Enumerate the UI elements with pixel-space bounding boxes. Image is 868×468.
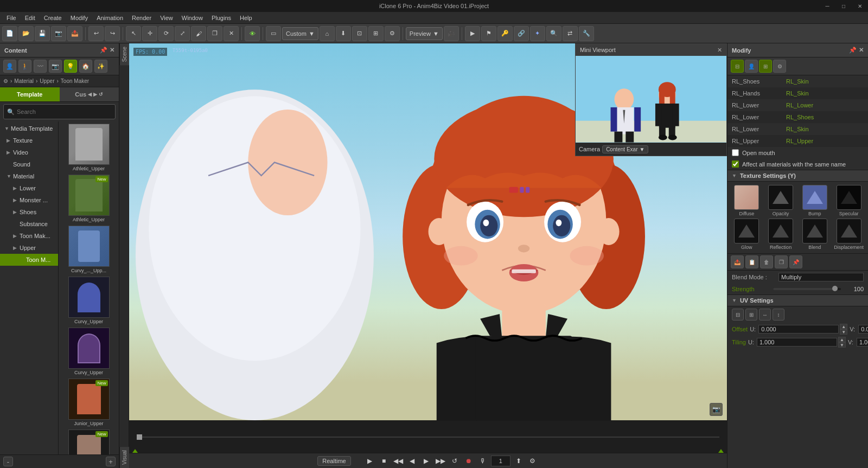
record-button[interactable]: ⏺ bbox=[463, 455, 475, 467]
fast-forward-button[interactable]: ▶▶ bbox=[435, 455, 446, 467]
mini-camera-label[interactable]: Camera bbox=[579, 146, 600, 152]
prop-val-2[interactable]: RL_Skin bbox=[782, 87, 868, 99]
prop-val-4[interactable]: RL_Shoes bbox=[782, 111, 868, 123]
open-mouth-checkbox[interactable] bbox=[732, 149, 739, 156]
item-thumb-7[interactable]: New bbox=[68, 429, 110, 454]
home-btn[interactable]: ⌂ bbox=[320, 26, 335, 41]
redo-btn[interactable]: ↪ bbox=[105, 26, 120, 41]
actor-icon[interactable]: 👤 bbox=[3, 60, 16, 73]
item-thumb-1[interactable] bbox=[68, 124, 110, 165]
minimize-btn[interactable]: ─ bbox=[819, 0, 835, 12]
realtime-btn[interactable]: Realtime bbox=[317, 456, 350, 466]
rotate-btn[interactable]: ⟳ bbox=[158, 26, 174, 41]
mini-viewport-content[interactable] bbox=[576, 56, 726, 143]
move-btn[interactable]: ✛ bbox=[142, 26, 157, 41]
camera-btn[interactable]: 🎥 bbox=[444, 26, 459, 41]
open-btn[interactable]: 📂 bbox=[18, 26, 34, 41]
visual-tab[interactable]: Visual bbox=[119, 447, 129, 468]
preview-dropdown[interactable]: Preview ▼ bbox=[406, 27, 443, 40]
swap-btn[interactable]: ⇄ bbox=[563, 26, 578, 41]
rewind-button[interactable]: ◀◀ bbox=[392, 455, 404, 467]
settings-btn2[interactable]: ⚙ bbox=[385, 26, 400, 41]
camera-panel-icon[interactable]: 📷 bbox=[49, 60, 62, 73]
tree-texture[interactable]: ▶ Texture bbox=[0, 134, 58, 146]
uv-btn-2[interactable]: ⊞ bbox=[745, 309, 757, 320]
tex-thumb-blend[interactable] bbox=[802, 219, 827, 243]
scale-btn[interactable]: ⤢ bbox=[175, 26, 190, 41]
tex-thumb-glow[interactable] bbox=[734, 219, 759, 243]
menu-edit[interactable]: Edit bbox=[21, 12, 40, 24]
tree-material[interactable]: ▼ Material bbox=[0, 170, 58, 182]
v-offset-input[interactable] bbox=[858, 325, 868, 334]
tree-upper[interactable]: ▶ Upper bbox=[0, 242, 58, 254]
vfx-icon[interactable]: ✨ bbox=[94, 60, 107, 73]
breadcrumb-upper[interactable]: Upper bbox=[40, 78, 54, 84]
motion-icon[interactable]: 〰 bbox=[34, 60, 47, 73]
modify-pin-icon[interactable]: 📌 bbox=[849, 47, 857, 54]
paint-btn[interactable]: 🖌 bbox=[191, 26, 206, 41]
add-item-btn[interactable]: + bbox=[106, 457, 116, 466]
u-tiling-up[interactable]: ▲ bbox=[838, 337, 846, 342]
timeline-track[interactable] bbox=[129, 421, 727, 453]
u-offset-input[interactable] bbox=[758, 325, 839, 334]
loop-button[interactable]: ↺ bbox=[449, 455, 461, 467]
screenshot-icon[interactable]: 📷 bbox=[710, 403, 723, 416]
tool-btn[interactable]: 🔧 bbox=[579, 26, 594, 41]
tex-thumb-diffuse[interactable] bbox=[734, 185, 759, 210]
grid-btn[interactable]: ⊞ bbox=[368, 26, 384, 41]
item-thumb-4[interactable] bbox=[68, 277, 110, 318]
delete-btn[interactable]: ✕ bbox=[224, 26, 239, 41]
content-pin-icon[interactable]: 📌 bbox=[100, 47, 107, 54]
item-thumb-6[interactable]: New bbox=[68, 379, 110, 420]
prev-frame-button[interactable]: ◀ bbox=[406, 455, 418, 467]
tex-thumb-specular[interactable] bbox=[837, 185, 861, 210]
v-tiling-input[interactable] bbox=[857, 338, 868, 347]
tree-substance[interactable]: Substance bbox=[0, 218, 58, 230]
content-close-icon[interactable]: ✕ bbox=[110, 47, 114, 54]
tree-toonmak[interactable]: ▶ Toon Mak... bbox=[0, 230, 58, 242]
modify-close-icon[interactable]: ✕ bbox=[859, 47, 864, 54]
fullscreen-btn[interactable]: ⊡ bbox=[352, 26, 367, 41]
tree-video[interactable]: ▶ Video bbox=[0, 146, 58, 158]
maximize-btn[interactable]: □ bbox=[835, 0, 852, 12]
uv-btn-3[interactable]: ↔ bbox=[759, 309, 771, 320]
close-btn[interactable]: ✕ bbox=[852, 0, 868, 12]
anim-btn[interactable]: ▶ bbox=[465, 26, 480, 41]
prop-val-5[interactable]: RL_Skin bbox=[782, 123, 868, 135]
menu-animation[interactable]: Animation bbox=[92, 12, 127, 24]
affect-materials-checkbox[interactable] bbox=[732, 161, 739, 168]
item-thumb-3[interactable] bbox=[68, 226, 110, 267]
stop-button[interactable]: ■ bbox=[378, 455, 390, 467]
item-thumb-5[interactable] bbox=[68, 328, 110, 369]
modify-icon-grid[interactable]: ⊞ bbox=[759, 60, 772, 73]
mini-viewport-close[interactable]: ✕ bbox=[717, 47, 722, 54]
tex-action-clone[interactable]: ❐ bbox=[775, 255, 788, 268]
scene-icon[interactable]: 🏠 bbox=[79, 60, 92, 73]
remove-item-btn[interactable]: - bbox=[3, 457, 13, 466]
light-icon[interactable]: 💡 bbox=[64, 60, 77, 73]
tex-thumb-opacity[interactable] bbox=[768, 185, 793, 210]
save-btn[interactable]: 💾 bbox=[35, 26, 50, 41]
tex-action-paste[interactable]: 📌 bbox=[789, 255, 802, 268]
modify-icon-sliders[interactable]: ⊟ bbox=[731, 60, 744, 73]
expand-timeline-btn[interactable]: ⬆ bbox=[513, 455, 525, 467]
undo-btn[interactable]: ↩ bbox=[88, 26, 104, 41]
u-offset-down[interactable]: ▼ bbox=[840, 329, 847, 335]
search-btn[interactable]: 🔍 bbox=[546, 26, 561, 41]
uv-btn-1[interactable]: ⊟ bbox=[732, 309, 744, 320]
link-btn[interactable]: 🔗 bbox=[514, 26, 529, 41]
tree-media-template[interactable]: ▼ Media Template bbox=[0, 123, 58, 134]
next-frame-button[interactable]: ▶ bbox=[420, 455, 432, 467]
settings-timeline-btn[interactable]: ⚙ bbox=[527, 455, 539, 467]
uv-settings-header[interactable]: ▼ UV Settings bbox=[727, 294, 868, 306]
texture-settings-header[interactable]: ▼ Texture Settings (Y) bbox=[727, 170, 868, 182]
tree-sound[interactable]: Sound bbox=[0, 158, 58, 170]
tex-action-delete[interactable]: 🗑 bbox=[760, 255, 773, 268]
menu-help[interactable]: Help bbox=[235, 12, 257, 24]
flag-btn[interactable]: ⚑ bbox=[481, 26, 496, 41]
scene-tab[interactable]: Scene bbox=[119, 43, 129, 65]
menu-modify[interactable]: Modify bbox=[66, 12, 92, 24]
breadcrumb-material[interactable]: Material bbox=[14, 78, 34, 84]
tab-template[interactable]: Template bbox=[0, 87, 60, 101]
modify-icon-person[interactable]: 👤 bbox=[745, 60, 758, 73]
